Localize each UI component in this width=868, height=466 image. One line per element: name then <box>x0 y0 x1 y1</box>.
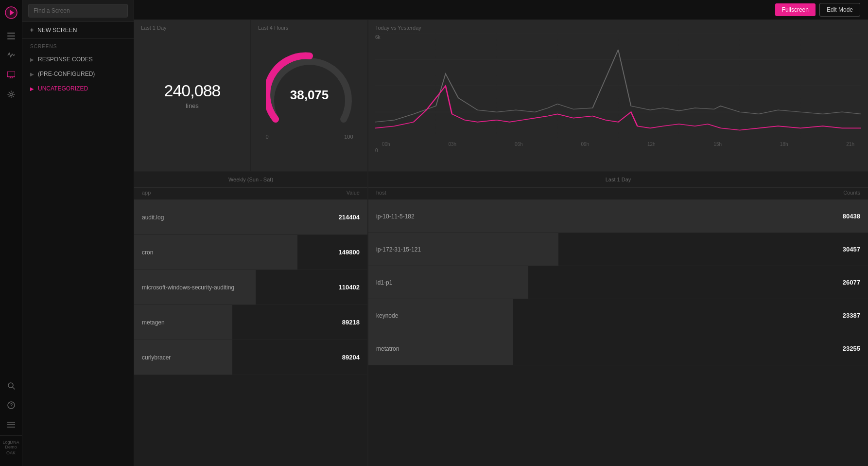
x-label-3: 09h <box>581 142 589 147</box>
dashboard: Last 1 Day 240,088 lines Last 4 Hours 38… <box>134 20 868 466</box>
host-row-name: metatron <box>376 345 399 352</box>
search-input[interactable] <box>28 4 128 18</box>
logo-button[interactable] <box>2 4 20 21</box>
x-label-7: 21h <box>846 142 854 147</box>
settings-icon[interactable] <box>2 86 20 103</box>
row-value: 149800 <box>339 249 360 256</box>
collapse-icon[interactable] <box>2 416 20 433</box>
hosts-col-counts: Counts <box>843 190 860 196</box>
gauge-panel: Last 4 Hours 38,075 0 100 <box>251 20 367 171</box>
new-screen-label: NEW SCREEN <box>37 27 77 34</box>
sidebar-item-response-codes[interactable]: ▶ RESPONSE CODES <box>22 52 134 67</box>
row-name: metagen <box>142 319 165 326</box>
user-name: LogDNA Demo <box>0 440 22 449</box>
bar-bg <box>134 235 297 269</box>
search-icon[interactable] <box>2 377 20 394</box>
svg-rect-4 <box>7 36 15 36</box>
x-label-6: 18h <box>780 142 788 147</box>
chart-panel: Today vs Yesterday 6k <box>368 20 868 171</box>
svg-rect-3 <box>7 33 15 34</box>
sidebar: + NEW SCREEN SCREENS ▶ RESPONSE CODES ▶ … <box>22 0 134 466</box>
plus-icon: + <box>30 27 34 34</box>
row-value: 89218 <box>342 319 360 326</box>
host-row-value: 23255 <box>843 345 860 352</box>
table-row: audit.log 214404 <box>134 200 367 235</box>
sidebar-item-label-1: RESPONSE CODES <box>38 56 93 63</box>
activity-icon[interactable] <box>2 47 20 64</box>
host-table-row: keynode 23387 <box>368 299 868 332</box>
host-table-row: ld1-p1 26077 <box>368 266 868 299</box>
row-value: 214404 <box>339 214 360 221</box>
host-table-row: metatron 23255 <box>368 332 868 365</box>
x-label-1: 03h <box>448 142 456 147</box>
table-row: curlybracer 89204 <box>134 340 367 375</box>
user-sub: OAK <box>6 450 16 455</box>
host-row-value: 26077 <box>843 279 860 286</box>
top-left-panels: Last 1 Day 240,088 lines Last 4 Hours 38… <box>134 20 367 171</box>
chart-y-max: 6k <box>375 35 381 40</box>
host-row-name: ip-172-31-15-121 <box>376 246 421 253</box>
stat-value: 240,088 <box>164 81 221 100</box>
gauge-container: 38,075 <box>266 51 353 139</box>
sidebar-item-preconfigured[interactable]: ▶ (PRE-CONFIGURED) <box>22 67 134 81</box>
row-name: audit.log <box>142 214 164 221</box>
host-row-value: 80438 <box>843 213 860 220</box>
svg-rect-5 <box>7 38 15 39</box>
stat-unit: lines <box>186 102 199 109</box>
table-row: cron 149800 <box>134 235 367 270</box>
screens-section-label: SCREENS <box>22 39 134 52</box>
gauge-value: 38,075 <box>290 88 329 103</box>
table-row: metagen 89218 <box>134 305 367 340</box>
host-row-name: keynode <box>376 312 398 319</box>
main-content: Fullscreen Edit Mode Last 1 Day 240,088 … <box>134 0 868 466</box>
bar-bg <box>134 200 367 234</box>
screens-icon[interactable] <box>2 66 20 84</box>
svg-text:?: ? <box>10 403 13 408</box>
hosts-rows: ip-10-11-5-182 80438 ip-172-31-15-121 30… <box>368 200 868 365</box>
row-name: curlybracer <box>142 354 171 361</box>
weekly-title: Weekly (Sun - Sat) <box>134 172 367 188</box>
chart-title: Today vs Yesterday <box>375 25 861 31</box>
row-name: microsoft-windows-security-auditing <box>142 284 234 291</box>
row-value: 89204 <box>342 354 360 361</box>
weekly-col-app: app <box>142 190 151 196</box>
sidebar-toggle-icon[interactable] <box>2 27 20 45</box>
weekly-table-header: app Value <box>134 188 367 200</box>
arrow-icon-2: ▶ <box>30 72 34 77</box>
editmode-button[interactable]: Edit Mode <box>819 3 860 17</box>
table-row: microsoft-windows-security-auditing 1104… <box>134 270 367 305</box>
x-label-4: 12h <box>647 142 656 147</box>
user-badge: LogDNA Demo OAK <box>0 435 22 457</box>
x-label-0: 00h <box>382 142 390 147</box>
topbar: Fullscreen Edit Mode <box>134 0 868 20</box>
help-icon[interactable]: ? <box>2 396 20 414</box>
chart-y-min: 0 <box>375 148 378 153</box>
sidebar-item-label-2: (PRE-CONFIGURED) <box>38 71 95 77</box>
sidebar-item-uncategorized[interactable]: ▶ UNCATEGORIZED <box>22 81 134 96</box>
host-table-row: ip-172-31-15-121 30457 <box>368 233 868 266</box>
weekly-rows: audit.log 214404 cron 149800 microsoft-w… <box>134 200 367 375</box>
row-value: 110402 <box>339 284 360 291</box>
weekly-col-value: Value <box>347 190 360 196</box>
gauge-label: Last 4 Hours <box>258 25 288 31</box>
svg-point-10 <box>10 93 12 96</box>
sidebar-item-label-3: UNCATEGORIZED <box>38 85 88 92</box>
x-label-2: 06h <box>515 142 523 147</box>
stat-label: Last 1 Day <box>141 25 167 31</box>
svg-line-12 <box>13 387 15 389</box>
hosts-col-host: host <box>376 190 386 196</box>
host-table-row: ip-10-11-5-182 80438 <box>368 200 868 233</box>
host-bar-bg <box>368 200 868 233</box>
sidebar-search <box>22 0 134 22</box>
arrow-icon-1: ▶ <box>30 57 34 62</box>
weekly-table-panel: Weekly (Sun - Sat) app Value audit.log 2… <box>134 172 367 466</box>
new-screen-button[interactable]: + NEW SCREEN <box>22 22 134 39</box>
hosts-table-header: host Counts <box>368 188 868 200</box>
host-row-value: 23387 <box>843 312 860 319</box>
row-name: cron <box>142 249 153 256</box>
hosts-title: Last 1 Day <box>368 172 868 188</box>
hosts-table-panel: Last 1 Day host Counts ip-10-11-5-182 80… <box>368 172 868 466</box>
svg-rect-6 <box>7 72 15 77</box>
stat-panel: Last 1 Day 240,088 lines <box>134 20 250 171</box>
fullscreen-button[interactable]: Fullscreen <box>775 3 816 16</box>
